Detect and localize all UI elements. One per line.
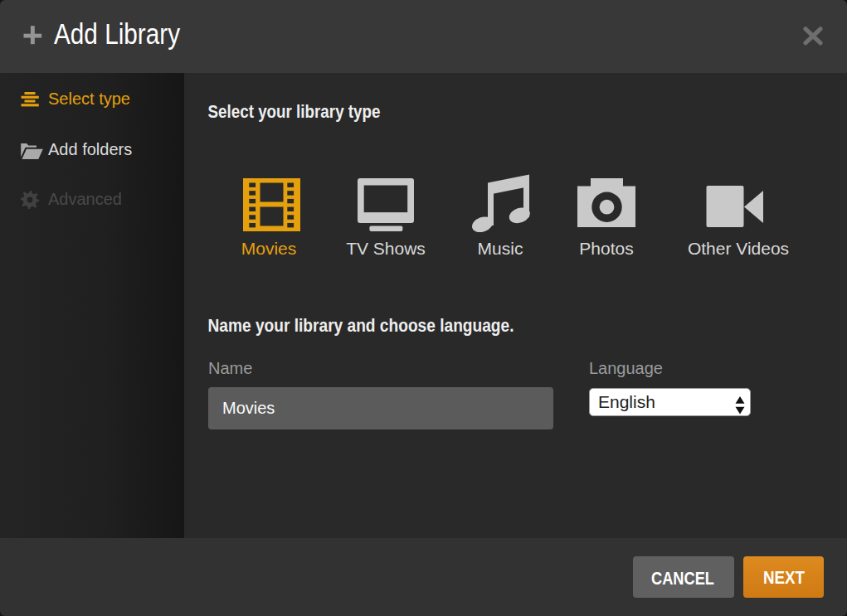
svg-text:CANCEL: CANCEL: [651, 569, 714, 589]
svg-text:Name your library and choose l: Name your library and choose language.: [208, 316, 514, 336]
svg-text:NEXT: NEXT: [763, 568, 805, 588]
svg-text:Select your library type: Select your library type: [208, 102, 381, 122]
